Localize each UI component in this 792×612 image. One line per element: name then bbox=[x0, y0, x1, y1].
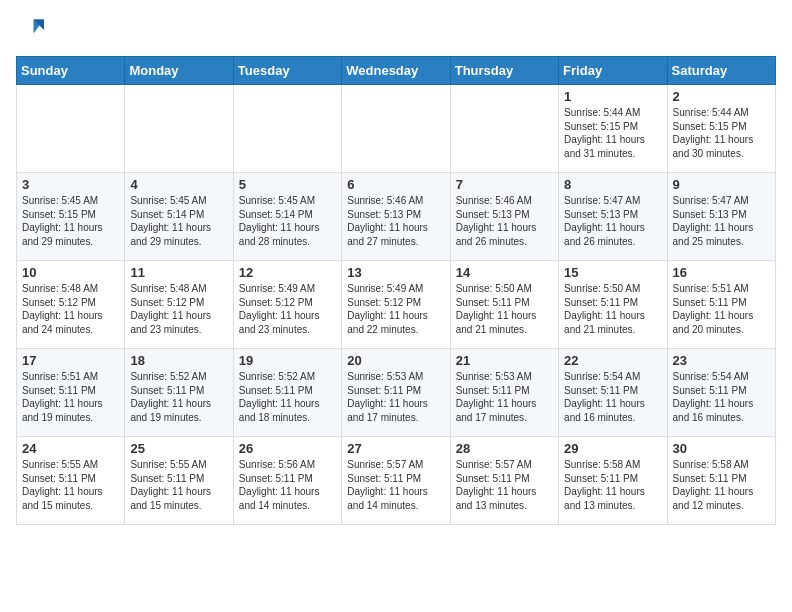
day-info: Sunrise: 5:45 AMSunset: 5:14 PMDaylight:… bbox=[239, 194, 336, 248]
day-info: Sunrise: 5:45 AMSunset: 5:15 PMDaylight:… bbox=[22, 194, 119, 248]
calendar-week-row: 24Sunrise: 5:55 AMSunset: 5:11 PMDayligh… bbox=[17, 437, 776, 525]
calendar-cell: 12Sunrise: 5:49 AMSunset: 5:12 PMDayligh… bbox=[233, 261, 341, 349]
logo bbox=[16, 16, 48, 44]
calendar-cell: 9Sunrise: 5:47 AMSunset: 5:13 PMDaylight… bbox=[667, 173, 775, 261]
day-number: 25 bbox=[130, 441, 227, 456]
weekday-header-saturday: Saturday bbox=[667, 57, 775, 85]
weekday-header-row: SundayMondayTuesdayWednesdayThursdayFrid… bbox=[17, 57, 776, 85]
day-number: 20 bbox=[347, 353, 444, 368]
day-number: 8 bbox=[564, 177, 661, 192]
day-number: 3 bbox=[22, 177, 119, 192]
calendar-table: SundayMondayTuesdayWednesdayThursdayFrid… bbox=[16, 56, 776, 525]
day-info: Sunrise: 5:53 AMSunset: 5:11 PMDaylight:… bbox=[456, 370, 553, 424]
day-number: 2 bbox=[673, 89, 770, 104]
day-info: Sunrise: 5:54 AMSunset: 5:11 PMDaylight:… bbox=[673, 370, 770, 424]
day-number: 24 bbox=[22, 441, 119, 456]
calendar-cell: 4Sunrise: 5:45 AMSunset: 5:14 PMDaylight… bbox=[125, 173, 233, 261]
logo-icon bbox=[16, 16, 44, 44]
weekday-header-thursday: Thursday bbox=[450, 57, 558, 85]
day-info: Sunrise: 5:58 AMSunset: 5:11 PMDaylight:… bbox=[564, 458, 661, 512]
calendar-week-row: 10Sunrise: 5:48 AMSunset: 5:12 PMDayligh… bbox=[17, 261, 776, 349]
day-number: 29 bbox=[564, 441, 661, 456]
weekday-header-tuesday: Tuesday bbox=[233, 57, 341, 85]
day-info: Sunrise: 5:48 AMSunset: 5:12 PMDaylight:… bbox=[130, 282, 227, 336]
day-number: 13 bbox=[347, 265, 444, 280]
calendar-cell: 16Sunrise: 5:51 AMSunset: 5:11 PMDayligh… bbox=[667, 261, 775, 349]
day-info: Sunrise: 5:56 AMSunset: 5:11 PMDaylight:… bbox=[239, 458, 336, 512]
day-number: 27 bbox=[347, 441, 444, 456]
day-number: 1 bbox=[564, 89, 661, 104]
calendar-cell: 27Sunrise: 5:57 AMSunset: 5:11 PMDayligh… bbox=[342, 437, 450, 525]
day-info: Sunrise: 5:49 AMSunset: 5:12 PMDaylight:… bbox=[347, 282, 444, 336]
day-number: 23 bbox=[673, 353, 770, 368]
day-info: Sunrise: 5:51 AMSunset: 5:11 PMDaylight:… bbox=[673, 282, 770, 336]
day-number: 19 bbox=[239, 353, 336, 368]
calendar-cell: 6Sunrise: 5:46 AMSunset: 5:13 PMDaylight… bbox=[342, 173, 450, 261]
calendar-cell: 23Sunrise: 5:54 AMSunset: 5:11 PMDayligh… bbox=[667, 349, 775, 437]
day-number: 4 bbox=[130, 177, 227, 192]
calendar-cell: 5Sunrise: 5:45 AMSunset: 5:14 PMDaylight… bbox=[233, 173, 341, 261]
calendar-cell: 28Sunrise: 5:57 AMSunset: 5:11 PMDayligh… bbox=[450, 437, 558, 525]
calendar-cell: 8Sunrise: 5:47 AMSunset: 5:13 PMDaylight… bbox=[559, 173, 667, 261]
day-info: Sunrise: 5:55 AMSunset: 5:11 PMDaylight:… bbox=[22, 458, 119, 512]
day-info: Sunrise: 5:57 AMSunset: 5:11 PMDaylight:… bbox=[456, 458, 553, 512]
day-number: 9 bbox=[673, 177, 770, 192]
calendar-cell: 10Sunrise: 5:48 AMSunset: 5:12 PMDayligh… bbox=[17, 261, 125, 349]
calendar-cell: 1Sunrise: 5:44 AMSunset: 5:15 PMDaylight… bbox=[559, 85, 667, 173]
day-info: Sunrise: 5:47 AMSunset: 5:13 PMDaylight:… bbox=[673, 194, 770, 248]
weekday-header-wednesday: Wednesday bbox=[342, 57, 450, 85]
day-number: 5 bbox=[239, 177, 336, 192]
day-info: Sunrise: 5:45 AMSunset: 5:14 PMDaylight:… bbox=[130, 194, 227, 248]
day-number: 28 bbox=[456, 441, 553, 456]
day-info: Sunrise: 5:49 AMSunset: 5:12 PMDaylight:… bbox=[239, 282, 336, 336]
day-info: Sunrise: 5:44 AMSunset: 5:15 PMDaylight:… bbox=[673, 106, 770, 160]
day-info: Sunrise: 5:50 AMSunset: 5:11 PMDaylight:… bbox=[456, 282, 553, 336]
day-number: 26 bbox=[239, 441, 336, 456]
calendar-cell: 11Sunrise: 5:48 AMSunset: 5:12 PMDayligh… bbox=[125, 261, 233, 349]
calendar-cell: 25Sunrise: 5:55 AMSunset: 5:11 PMDayligh… bbox=[125, 437, 233, 525]
day-number: 15 bbox=[564, 265, 661, 280]
day-info: Sunrise: 5:50 AMSunset: 5:11 PMDaylight:… bbox=[564, 282, 661, 336]
calendar-cell: 30Sunrise: 5:58 AMSunset: 5:11 PMDayligh… bbox=[667, 437, 775, 525]
calendar-week-row: 3Sunrise: 5:45 AMSunset: 5:15 PMDaylight… bbox=[17, 173, 776, 261]
day-info: Sunrise: 5:47 AMSunset: 5:13 PMDaylight:… bbox=[564, 194, 661, 248]
day-info: Sunrise: 5:52 AMSunset: 5:11 PMDaylight:… bbox=[130, 370, 227, 424]
day-info: Sunrise: 5:46 AMSunset: 5:13 PMDaylight:… bbox=[456, 194, 553, 248]
calendar-cell: 7Sunrise: 5:46 AMSunset: 5:13 PMDaylight… bbox=[450, 173, 558, 261]
calendar-cell: 24Sunrise: 5:55 AMSunset: 5:11 PMDayligh… bbox=[17, 437, 125, 525]
calendar-cell: 15Sunrise: 5:50 AMSunset: 5:11 PMDayligh… bbox=[559, 261, 667, 349]
day-number: 18 bbox=[130, 353, 227, 368]
weekday-header-sunday: Sunday bbox=[17, 57, 125, 85]
calendar-cell bbox=[342, 85, 450, 173]
calendar-cell bbox=[17, 85, 125, 173]
calendar-cell: 17Sunrise: 5:51 AMSunset: 5:11 PMDayligh… bbox=[17, 349, 125, 437]
day-info: Sunrise: 5:53 AMSunset: 5:11 PMDaylight:… bbox=[347, 370, 444, 424]
day-number: 6 bbox=[347, 177, 444, 192]
weekday-header-friday: Friday bbox=[559, 57, 667, 85]
day-number: 12 bbox=[239, 265, 336, 280]
day-info: Sunrise: 5:57 AMSunset: 5:11 PMDaylight:… bbox=[347, 458, 444, 512]
calendar-cell bbox=[233, 85, 341, 173]
day-info: Sunrise: 5:46 AMSunset: 5:13 PMDaylight:… bbox=[347, 194, 444, 248]
calendar-cell: 22Sunrise: 5:54 AMSunset: 5:11 PMDayligh… bbox=[559, 349, 667, 437]
calendar-cell: 13Sunrise: 5:49 AMSunset: 5:12 PMDayligh… bbox=[342, 261, 450, 349]
calendar-cell: 26Sunrise: 5:56 AMSunset: 5:11 PMDayligh… bbox=[233, 437, 341, 525]
calendar-cell: 20Sunrise: 5:53 AMSunset: 5:11 PMDayligh… bbox=[342, 349, 450, 437]
day-number: 22 bbox=[564, 353, 661, 368]
calendar-cell bbox=[450, 85, 558, 173]
day-number: 10 bbox=[22, 265, 119, 280]
day-number: 7 bbox=[456, 177, 553, 192]
day-info: Sunrise: 5:51 AMSunset: 5:11 PMDaylight:… bbox=[22, 370, 119, 424]
day-number: 17 bbox=[22, 353, 119, 368]
calendar-cell: 2Sunrise: 5:44 AMSunset: 5:15 PMDaylight… bbox=[667, 85, 775, 173]
day-number: 16 bbox=[673, 265, 770, 280]
day-info: Sunrise: 5:48 AMSunset: 5:12 PMDaylight:… bbox=[22, 282, 119, 336]
calendar-cell: 19Sunrise: 5:52 AMSunset: 5:11 PMDayligh… bbox=[233, 349, 341, 437]
calendar-week-row: 17Sunrise: 5:51 AMSunset: 5:11 PMDayligh… bbox=[17, 349, 776, 437]
day-info: Sunrise: 5:55 AMSunset: 5:11 PMDaylight:… bbox=[130, 458, 227, 512]
weekday-header-monday: Monday bbox=[125, 57, 233, 85]
day-number: 30 bbox=[673, 441, 770, 456]
day-number: 21 bbox=[456, 353, 553, 368]
calendar-cell: 3Sunrise: 5:45 AMSunset: 5:15 PMDaylight… bbox=[17, 173, 125, 261]
day-number: 14 bbox=[456, 265, 553, 280]
